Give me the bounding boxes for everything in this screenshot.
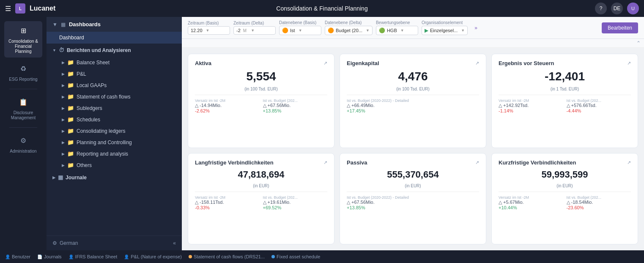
tree-item-planning[interactable]: ▶ 📁 Planning and Controlling <box>47 137 182 148</box>
journals-icon: 📄 <box>37 255 42 259</box>
card-ergebnis-unit: (in 1 Tsd. EUR) <box>499 87 631 91</box>
card-langfristig-header: Langfristige Verbindlichkeiten ↗ <box>195 159 327 166</box>
status-statement[interactable]: Statement of cash flows (DRS21... <box>189 254 265 259</box>
consolidation-icon: ⊞ <box>17 25 30 37</box>
fixed-dot <box>271 255 275 258</box>
journals-label: Journals <box>44 254 62 259</box>
tree-section-berichten[interactable]: ▼ ⏱ Berichten und Analysieren <box>47 44 182 57</box>
fixed-label: Fixed asset schedule <box>277 254 320 259</box>
journale-label: Journale <box>66 175 87 181</box>
card-aktiva-metric2: Ist vs. Budget (202... △ +67.56Mio. +13.… <box>263 99 328 113</box>
folder-icon-others: 📁 <box>67 162 74 168</box>
zeitraum-delta-select[interactable]: -2 M ▼ <box>233 26 276 35</box>
status-ifrs[interactable]: 👤 IFRS Balance Sheet <box>69 254 118 259</box>
langfristig-metric2-change: +69.52% <box>263 205 328 210</box>
card-passiva-metrics: Ist vs. Budget (2020-2022) - Detailed △ … <box>347 195 479 210</box>
collapse-sidebar-button[interactable]: « <box>173 240 176 246</box>
card-langfristig-external-link[interactable]: ↗ <box>323 160 327 165</box>
berichten-chevron: ▼ <box>52 48 56 52</box>
sidebar-item-administration-label: Administration <box>10 149 36 154</box>
card-langfristig-metrics: Versatz im Ist -2M △ -158.11Tsd. -0.33% … <box>195 195 327 210</box>
dashboard-label: Dashboard <box>59 35 84 41</box>
logo-icon: L <box>15 3 25 14</box>
tree-section-journale[interactable]: ▶ ▦ Journale <box>47 171 182 184</box>
zeitraum-delta-label: Zeitraum (Delta) <box>233 21 276 25</box>
datenebene-delta-select[interactable]: 🟠 Budget (20... ▼ <box>325 26 373 35</box>
budget-icon: 🟠 <box>328 27 334 33</box>
card-langfristig-divider <box>195 192 327 192</box>
card-kurzfristig-external-link[interactable]: ↗ <box>627 160 631 165</box>
tree-item-balance-sheet[interactable]: ▶ 📁 Balance Sheet <box>47 57 182 68</box>
sidebar-item-consolidation[interactable]: ⊞ Consolidation & Financial Planning <box>4 21 42 58</box>
card-passiva-external-link[interactable]: ↗ <box>475 160 479 165</box>
gear-icon: ⚙ <box>52 240 57 246</box>
card-eigenkapital-external-link[interactable]: ↗ <box>475 60 479 66</box>
status-journals[interactable]: 📄 Journals <box>37 254 62 259</box>
card-kurzfristig-metrics: Versatz im Ist -2M △ +5.67Mio. +10.44% I… <box>499 195 631 210</box>
folder-icon-statement: 📁 <box>67 93 74 100</box>
status-benutzer[interactable]: 👤 Benutzer <box>5 254 30 259</box>
bewertungsebene-select[interactable]: 🟢 HGB ▼ <box>376 26 418 35</box>
tree-item-statement-cash[interactable]: ▶ 📁 Statement of cash flows <box>47 91 182 102</box>
datenebene-basis-select[interactable]: 🟠 Ist ▼ <box>279 26 321 35</box>
filter-bar: Zeitraum (Basis) 12.20 ▼ Zeitraum (Delta… <box>182 17 644 39</box>
collapse-bar: ⌃ <box>182 39 644 48</box>
passiva-metric1-change: +13.85% <box>347 205 479 210</box>
ist-icon: 🟠 <box>282 27 288 33</box>
topbar-left: ☰ L Lucanet <box>5 3 55 14</box>
organisationselement-select[interactable]: ▶ Einzelgesel... ▼ <box>422 26 468 35</box>
card-langfristig-value: 47,818,694 <box>195 169 327 180</box>
help-icon[interactable]: ? <box>595 3 607 14</box>
main-layout: ⊞ Consolidation & Financial Planning ♻ E… <box>0 17 644 250</box>
tree-header-dashboards[interactable]: ▼ ▦ Dashboards <box>47 17 182 32</box>
card-aktiva-title: Aktiva <box>195 60 211 66</box>
sidebar-item-esg[interactable]: ♻ ESG Reporting <box>4 59 42 85</box>
icon-sidebar: ⊞ Consolidation & Financial Planning ♻ E… <box>0 17 47 250</box>
menu-icon[interactable]: ☰ <box>5 5 11 13</box>
avatar[interactable]: U <box>627 3 639 14</box>
tree-selected-dashboard[interactable]: Dashboard <box>47 32 182 44</box>
card-passiva-title: Passiva <box>347 159 367 166</box>
ifrs-icon: 👤 <box>69 255 74 259</box>
status-pl[interactable]: 👤 P&L (Nature of expense) <box>124 254 182 259</box>
tree-item-others[interactable]: ▶ 📁 Others <box>47 159 182 171</box>
topbar-right: ? DE U <box>595 3 639 14</box>
card-eigenkapital: Eigenkapital ↗ 4,476 (in 100 Tsd. EUR) I… <box>340 54 486 148</box>
language-icon[interactable]: DE <box>611 3 623 14</box>
card-eigenkapital-divider <box>347 95 479 95</box>
zeitraum-basis-label: Zeitraum (Basis) <box>188 21 230 25</box>
tree-footer: ⚙ German « <box>47 236 182 250</box>
tree-item-reporting[interactable]: ▶ 📁 Reporting and analysis <box>47 148 182 159</box>
card-ergebnis-external-link[interactable]: ↗ <box>627 60 631 66</box>
sidebar-item-esg-label: ESG Reporting <box>9 77 37 82</box>
card-passiva-metric1: Ist vs. Budget (2020-2022) - Detailed △ … <box>347 195 479 210</box>
tree-item-pl[interactable]: ▶ 📁 P&L <box>47 68 182 79</box>
card-aktiva-unit: (in 100 Tsd. EUR) <box>195 87 327 91</box>
card-kurzfristig: Kurzfristige Verbindlichkeiten ↗ 59,993,… <box>491 153 638 245</box>
folder-icon-reporting: 📁 <box>67 151 74 157</box>
sidebar-divider-2 <box>9 127 37 128</box>
card-eigenkapital-metrics: Ist vs. Budget (2020-2022) - Detailed △ … <box>347 99 479 113</box>
langfristig-metric1-change: -0.33% <box>195 205 260 210</box>
datenebene-delta-label: Datenebene (Delta) <box>325 20 373 25</box>
administration-icon: ⚙ <box>17 134 30 147</box>
bearbeiten-button[interactable]: Bearbeiten <box>602 22 638 33</box>
card-aktiva-external-link[interactable]: ↗ <box>323 60 327 66</box>
card-langfristig-unit: (in EUR) <box>195 184 327 188</box>
filter-organisationselement: Organisationselement ▶ Einzelgesel... ▼ <box>422 20 468 35</box>
tree-item-local-gaaps[interactable]: ▶ 📁 Local GAAPs <box>47 79 182 91</box>
statement-label: Statement of cash flows (DRS21... <box>194 254 265 259</box>
filter-zeitraum-delta: Zeitraum (Delta) -2 M ▼ <box>233 21 276 35</box>
tree-item-subledgers[interactable]: ▶ 📁 Subledgers <box>47 102 182 114</box>
zeitraum-basis-select[interactable]: 12.20 ▼ <box>188 26 230 35</box>
aktiva-metric2-change: +13.85% <box>263 108 328 113</box>
status-fixed[interactable]: Fixed asset schedule <box>271 254 320 259</box>
sidebar-item-administration[interactable]: ⚙ Administration <box>4 131 42 157</box>
collapse-content-button[interactable]: ⌃ <box>636 40 641 46</box>
tree-item-schedules[interactable]: ▶ 📁 Schedules <box>47 114 182 125</box>
card-aktiva-metric1: Versatz im Ist -2M △ -14.94Mio. -2.62% <box>195 99 260 113</box>
sidebar-item-disclosure[interactable]: 📋 Disclosure Management <box>4 93 42 124</box>
card-kurzfristig-value: 59,993,599 <box>499 169 631 180</box>
more-filters-button[interactable]: » <box>473 23 479 33</box>
tree-item-consolidating[interactable]: ▶ 📁 Consolidating ledgers <box>47 125 182 137</box>
